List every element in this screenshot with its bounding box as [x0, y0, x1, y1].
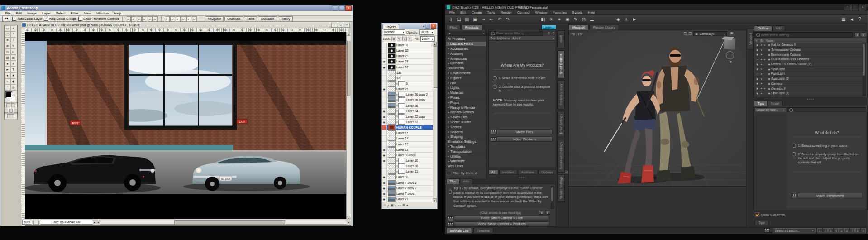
layer-thumbnail[interactable] — [388, 197, 396, 202]
toolbar-create-icon[interactable]: ☀ — [547, 16, 555, 23]
layer-name[interactable]: Layer 16 — [406, 159, 418, 162]
status-tab[interactable]: Updates — [538, 170, 556, 175]
layer-row[interactable]: Layer 14 — [382, 136, 433, 141]
toolbar-icon[interactable]: ▤ — [455, 16, 463, 23]
photoshop-menu-item[interactable]: Edit — [13, 11, 24, 15]
node-visible-eye-icon[interactable]: ◉ — [755, 53, 759, 56]
layer-name[interactable]: Layer 7 copy 2 — [396, 187, 417, 190]
layer-row[interactable]: 8 Layer 20 — [382, 163, 433, 169]
photoshop-menu-item[interactable]: Select — [53, 11, 68, 15]
tool-icon[interactable]: ▨ — [5, 55, 10, 61]
foreground-color-swatch[interactable] — [6, 92, 12, 98]
layer-thumbnail[interactable] — [388, 59, 396, 64]
layer-visibility-toggle[interactable]: ◉ — [382, 186, 387, 191]
toolbar-icon[interactable]: ↷ — [504, 16, 512, 23]
layer-visibility-toggle[interactable] — [382, 136, 387, 141]
scene-node-row[interactable]: ◉ ► ▶ ◆ Genesis 9 — [754, 86, 863, 91]
layer-name[interactable]: 6 — [406, 82, 408, 85]
align-icon[interactable] — [148, 16, 153, 21]
lock-transparency-icon[interactable]: ▨ — [391, 37, 396, 41]
tab-files[interactable]: Files — [446, 24, 461, 30]
layer-thumbnail[interactable] — [388, 109, 396, 114]
layer-thumbnail[interactable] — [388, 65, 396, 70]
layer-mask-thumbnail[interactable] — [398, 158, 405, 163]
layer-thumbnail[interactable] — [388, 86, 396, 91]
scene-node-row[interactable]: ◉ ► ◆ Environment Options — [754, 52, 863, 57]
layer-thumbnail[interactable] — [388, 158, 396, 163]
toolbar-create-icon[interactable]: ◉ — [563, 16, 572, 23]
category-item[interactable]: ► Hair — [446, 81, 486, 86]
tool-icon[interactable]: ⊕ — [5, 43, 10, 49]
layer-visibility-toggle[interactable] — [382, 43, 387, 48]
align-icon[interactable] — [137, 16, 142, 21]
node-visible-eye-icon[interactable]: ◉ — [755, 82, 759, 85]
scene-node-row[interactable]: ◉ ► ◆ SpotLight (2) — [754, 77, 863, 82]
layer-row[interactable]: ◉ Layer 27 — [382, 197, 433, 202]
node-selectable-icon[interactable]: ► — [759, 63, 764, 66]
daz-menu-item[interactable]: Window — [533, 10, 550, 14]
node-selectable-icon[interactable]: ► — [759, 67, 764, 70]
palette-well-tab[interactable]: Navigator — [205, 16, 224, 21]
layer-thumbnail[interactable] — [388, 130, 396, 135]
category-item[interactable]: ► Anatomy — [446, 51, 486, 56]
toolbar-icon[interactable]: ⇤ — [487, 16, 496, 23]
doc-minimize-button[interactable]: − — [331, 23, 337, 28]
scene-node-row[interactable]: — ► ◆ PointLight — [754, 72, 863, 77]
daz-menu-item[interactable]: Render — [498, 10, 515, 14]
layer-thumbnail[interactable] — [388, 125, 396, 130]
layer-name[interactable]: 130 — [396, 71, 401, 74]
layer-visibility-toggle[interactable] — [382, 76, 387, 81]
palette-close-button[interactable]: × — [431, 24, 436, 29]
layer-name[interactable]: Layer 33 copy — [396, 154, 416, 157]
select-item-dropdown[interactable]: Select an item... ▾ — [754, 107, 786, 112]
layer-row[interactable]: Layer 13 — [382, 142, 433, 147]
category-item[interactable]: Documents — [446, 66, 486, 71]
auto-select-groups-checkbox[interactable]: ✓ — [44, 17, 48, 21]
login-button[interactable]: Login... — [541, 25, 556, 30]
node-name[interactable]: PointLight — [771, 72, 785, 75]
daz-menu-item[interactable]: Connect — [515, 10, 533, 14]
category-item[interactable]: ► Ready to Render — [446, 105, 486, 110]
next-tip-button[interactable]: ▸ — [545, 211, 550, 215]
layer-name[interactable]: Layer 14 — [396, 137, 408, 140]
doc-maximize-button[interactable]: □ — [338, 23, 343, 28]
node-name[interactable]: SpotLight (2) — [771, 77, 789, 80]
close-button[interactable]: × — [345, 5, 352, 11]
layer-thumbnail[interactable] — [388, 43, 396, 48]
lesson-number-button[interactable]: 8 — [855, 228, 860, 233]
node-visible-eye-icon[interactable]: ◉ — [755, 77, 759, 80]
toolbar-create-icon[interactable]: ◎ — [580, 16, 588, 23]
prev-tip-button[interactable]: ◂ — [539, 211, 544, 215]
new-layer-icon[interactable]: ⊞ — [402, 204, 405, 207]
node-selectable-icon[interactable]: ► — [759, 48, 764, 51]
layer-visibility-toggle[interactable] — [382, 48, 387, 53]
tab-products[interactable]: Products — [462, 24, 482, 30]
layer-row[interactable]: Layer 29 — [382, 53, 433, 59]
node-selectable-icon[interactable]: ► — [759, 43, 764, 46]
tool-icon[interactable]: ■ — [10, 72, 16, 78]
tool-icon[interactable]: ◎ — [10, 84, 16, 90]
tool-icon[interactable]: ► — [5, 67, 10, 72]
video-parameters-button[interactable]: Video: Parameters — [797, 193, 863, 198]
tool-icon[interactable]: * — [10, 31, 16, 37]
palette-well-tab[interactable]: Channels — [224, 16, 243, 21]
tool-icon[interactable]: ◐ — [10, 61, 16, 67]
lesson-number-button[interactable]: 6 — [844, 228, 849, 233]
node-visible-eye-icon[interactable]: ◉ — [755, 43, 759, 46]
category-item[interactable]: ► Scenes — [446, 125, 486, 130]
layer-name[interactable]: Layer 17 — [396, 148, 408, 151]
toolbar-icon[interactable]: ↶ — [496, 16, 504, 23]
zoom-level[interactable]: 50% — [22, 220, 32, 225]
layer-thumbnail[interactable] — [388, 81, 396, 86]
layer-mask-thumbnail[interactable] — [398, 103, 405, 108]
layer-row[interactable]: ◉ Layer 33 — [382, 174, 433, 180]
video-smart-content-files-button[interactable]: Video: Smart Content > Files — [454, 216, 549, 220]
screen-mode-buttons[interactable] — [5, 108, 17, 113]
lesson-number-button[interactable]: 7 — [850, 228, 855, 233]
adjustment-layer-icon[interactable]: ◐ — [395, 204, 396, 207]
lesson-number-button[interactable]: 9 — [861, 228, 866, 233]
tool-icon[interactable]: / — [10, 37, 16, 43]
category-item[interactable]: Web Links — [446, 164, 486, 169]
toolbar-create-icon[interactable]: ◧ — [539, 16, 547, 23]
layer-row[interactable]: 8 Layer 26 copy 2 — [382, 92, 433, 97]
